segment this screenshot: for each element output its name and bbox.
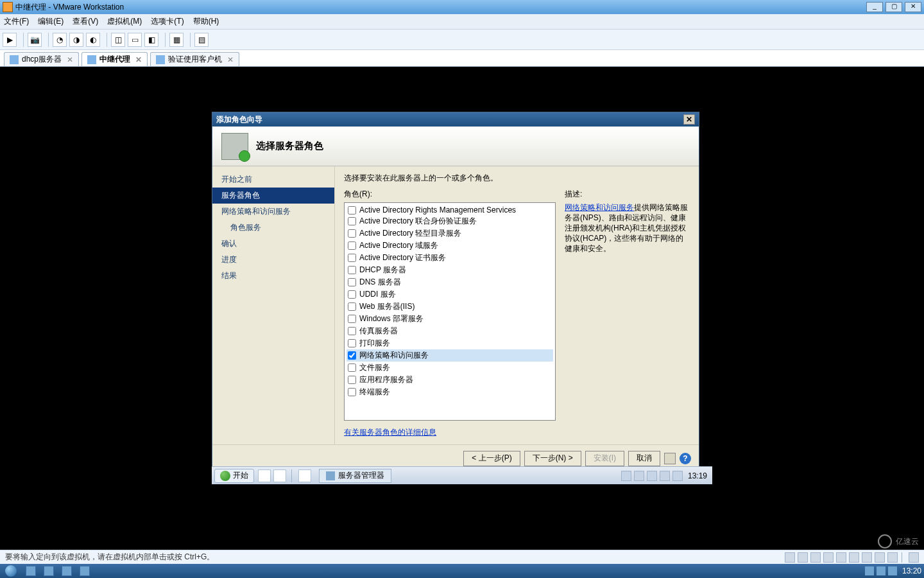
- device-display-icon[interactable]: [887, 552, 898, 563]
- tray-icon[interactable]: [672, 471, 683, 481]
- device-cd-icon[interactable]: [798, 552, 808, 563]
- maximize-button[interactable]: ▢: [886, 2, 902, 12]
- role-checkbox[interactable]: [348, 351, 356, 360]
- role-checkbox[interactable]: [348, 327, 356, 335]
- vm-tab-dhcp[interactable]: dhcp服务器✕: [4, 52, 79, 66]
- host-clock[interactable]: 13:20: [902, 566, 921, 575]
- quicklaunch-icon[interactable]: [273, 469, 286, 482]
- wizard-nav-item[interactable]: 确认: [212, 236, 334, 252]
- tray-volume-icon[interactable]: [888, 566, 897, 575]
- fullscreen-icon[interactable]: ▭: [128, 33, 142, 47]
- thumbnail-icon[interactable]: ▤: [194, 33, 209, 47]
- wizard-close-button[interactable]: ✕: [683, 114, 695, 125]
- device-hdd-icon[interactable]: [785, 552, 795, 563]
- tray-icon[interactable]: [634, 471, 644, 481]
- help-icon[interactable]: ?: [680, 453, 691, 464]
- role-item[interactable]: 网络策略和访问服务: [346, 349, 553, 362]
- device-usb-icon[interactable]: [849, 552, 859, 563]
- tray-icon[interactable]: [660, 471, 670, 481]
- taskbar-word-icon[interactable]: [76, 564, 94, 578]
- prev-button[interactable]: < 上一步(P): [463, 451, 520, 466]
- wizard-nav-item[interactable]: 开始之前: [212, 171, 334, 188]
- menu-tabs[interactable]: 选项卡(T): [151, 16, 184, 27]
- device-printer-icon[interactable]: [862, 552, 872, 563]
- menu-vm[interactable]: 虚拟机(M): [107, 16, 142, 27]
- menu-edit[interactable]: 编辑(E): [38, 16, 64, 27]
- device-sound-icon[interactable]: [875, 552, 885, 563]
- vm-tab-relay[interactable]: 中继代理✕: [81, 52, 148, 66]
- snapshot-icon[interactable]: 📷: [28, 33, 42, 47]
- seamless-icon[interactable]: ◧: [144, 33, 158, 47]
- role-item[interactable]: DHCP 服务器: [346, 264, 553, 276]
- device-net2-icon[interactable]: [836, 552, 846, 563]
- role-checkbox[interactable]: [348, 363, 356, 372]
- guest-desktop[interactable]: 添加角色向导 ✕ 选择服务器角色 开始之前服务器角色网络策略和访问服务角色服务确…: [212, 112, 712, 484]
- next-button[interactable]: 下一步(N) >: [524, 451, 581, 466]
- role-checkbox[interactable]: [348, 290, 356, 299]
- tray-icon[interactable]: [621, 471, 631, 481]
- role-checkbox[interactable]: [348, 206, 356, 215]
- device-net-icon[interactable]: [823, 552, 834, 563]
- device-cd2-icon[interactable]: [810, 552, 821, 563]
- role-checkbox[interactable]: [348, 254, 356, 262]
- role-checkbox[interactable]: [348, 376, 356, 384]
- wizard-nav-item[interactable]: 服务器角色: [212, 188, 334, 204]
- power-on-icon[interactable]: ▶: [3, 33, 17, 47]
- message-icon[interactable]: [909, 552, 919, 563]
- role-item[interactable]: 传真服务器: [346, 325, 553, 337]
- role-checkbox[interactable]: [348, 217, 356, 225]
- wizard-titlebar[interactable]: 添加角色向导 ✕: [212, 112, 699, 127]
- role-item[interactable]: 应用程序服务器: [346, 374, 553, 386]
- role-item[interactable]: Active Directory 域服务: [346, 240, 553, 252]
- minimize-button[interactable]: _: [866, 2, 883, 12]
- menu-view[interactable]: 查看(V): [73, 16, 98, 27]
- close-button[interactable]: ✕: [905, 2, 921, 12]
- description-link[interactable]: 网络策略和访问服务: [565, 203, 634, 212]
- role-item[interactable]: Active Directory Rights Management Servi…: [346, 205, 553, 215]
- role-item[interactable]: UDDI 服务: [346, 288, 553, 301]
- menu-file[interactable]: 文件(F): [4, 16, 29, 27]
- library-icon[interactable]: ▦: [169, 33, 184, 47]
- role-item[interactable]: Windows 部署服务: [346, 313, 553, 325]
- vmware-menubar[interactable]: 文件(F) 编辑(E) 查看(V) 虚拟机(M) 选项卡(T) 帮助(H): [0, 14, 924, 30]
- role-checkbox[interactable]: [348, 339, 356, 347]
- tab-close-icon[interactable]: ✕: [227, 55, 234, 64]
- taskbar-ie-icon[interactable]: [22, 564, 40, 578]
- tray-icon[interactable]: [647, 471, 657, 481]
- role-item[interactable]: Web 服务器(IIS): [346, 301, 553, 313]
- quicklaunch-icon[interactable]: [298, 469, 311, 482]
- role-item[interactable]: 终端服务: [346, 386, 553, 398]
- unity-icon[interactable]: ◫: [111, 33, 125, 47]
- role-item[interactable]: 文件服务: [346, 362, 553, 374]
- tray-network-icon[interactable]: [877, 566, 886, 575]
- vm-display-area[interactable]: 添加角色向导 ✕ 选择服务器角色 开始之前服务器角色网络策略和访问服务角色服务确…: [0, 67, 924, 550]
- print-icon[interactable]: [664, 453, 676, 464]
- role-checkbox[interactable]: [348, 241, 356, 250]
- role-item[interactable]: Active Directory 联合身份验证服务: [346, 215, 553, 227]
- wizard-nav-item[interactable]: 进度: [212, 252, 334, 268]
- vm-tab-client[interactable]: 验证使用客户机✕: [150, 52, 239, 66]
- role-checkbox[interactable]: [348, 388, 356, 396]
- snapshot-manage-icon[interactable]: ◐: [86, 33, 100, 47]
- snapshot-revert-icon[interactable]: ◑: [69, 33, 83, 47]
- guest-clock[interactable]: 13:19: [688, 471, 707, 480]
- role-checkbox[interactable]: [348, 302, 356, 311]
- taskbar-app-icon[interactable]: [58, 564, 76, 578]
- host-start-button[interactable]: [0, 564, 22, 578]
- roles-listbox[interactable]: Active Directory Rights Management Servi…: [344, 202, 556, 421]
- role-checkbox[interactable]: [348, 229, 356, 238]
- wizard-nav-item[interactable]: 角色服务: [212, 220, 334, 236]
- role-item[interactable]: Active Directory 轻型目录服务: [346, 227, 553, 240]
- cancel-button[interactable]: 取消: [628, 451, 660, 466]
- start-button[interactable]: 开始: [214, 469, 254, 483]
- more-info-link[interactable]: 有关服务器角色的详细信息: [344, 428, 436, 437]
- wizard-nav-item[interactable]: 结果: [212, 268, 334, 284]
- tab-close-icon[interactable]: ✕: [67, 55, 73, 64]
- quicklaunch-icon[interactable]: [258, 469, 271, 482]
- role-item[interactable]: DNS 服务器: [346, 276, 553, 288]
- taskbar-task-server-manager[interactable]: 服务器管理器: [319, 469, 391, 483]
- role-checkbox[interactable]: [348, 266, 356, 274]
- role-item[interactable]: 打印服务: [346, 337, 553, 349]
- menu-help[interactable]: 帮助(H): [193, 16, 219, 27]
- wizard-nav-item[interactable]: 网络策略和访问服务: [212, 204, 334, 220]
